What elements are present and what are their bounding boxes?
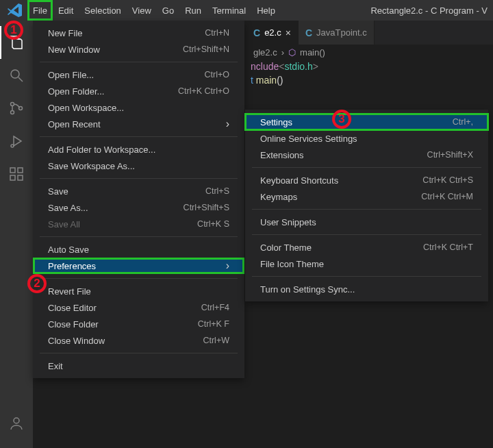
svg-point-2: [11, 111, 14, 114]
window-title: Rectangle2.c - C Program - V: [370, 5, 490, 16]
breadcrumb-symbol: main(): [300, 47, 325, 58]
pref-menu-item[interactable]: SettingsCtrl+,: [245, 114, 488, 130]
menu-item-label: Auto Save: [48, 245, 89, 255]
chevron-icon: ›: [281, 47, 284, 58]
tab-active[interactable]: C e2.c ×: [246, 21, 299, 45]
menu-item-label: Save All: [48, 219, 80, 229]
menu-file[interactable]: File: [27, 0, 53, 21]
svg-point-4: [11, 145, 14, 147]
menu-item-label: Settings: [260, 117, 292, 127]
menu-item-shortcut: Ctrl+O: [205, 70, 229, 79]
svg-rect-6: [10, 175, 15, 180]
file-menu-item[interactable]: Preferences: [33, 258, 244, 274]
menu-item-shortcut: Ctrl+K Ctrl+S: [422, 175, 473, 185]
file-menu-item[interactable]: SaveCtrl+S: [33, 183, 244, 199]
menu-item-shortcut: Ctrl+S: [205, 186, 229, 196]
tab-other[interactable]: C JavaTpoint.c: [299, 21, 375, 45]
pref-menu-item[interactable]: User Snippets: [245, 214, 488, 230]
file-menu-item[interactable]: Save Workspace As...: [33, 158, 244, 174]
menu-item-shortcut: Ctrl+K Ctrl+M: [421, 192, 473, 201]
extensions-icon[interactable]: [0, 158, 33, 190]
pref-menu-item[interactable]: Turn on Settings Sync...: [245, 281, 488, 297]
pref-menu-item[interactable]: Keyboard ShortcutsCtrl+K Ctrl+S: [245, 172, 488, 188]
menu-item-shortcut: Ctrl+Shift+S: [184, 203, 229, 212]
pref-menu-item[interactable]: File Icon Theme: [245, 256, 488, 272]
menu-item-label: Add Folder to Workspace...: [48, 145, 155, 155]
file-menu-item[interactable]: Exit: [33, 358, 244, 374]
file-menu-item[interactable]: Close EditorCtrl+F4: [33, 299, 244, 316]
menu-item-shortcut: Ctrl+W: [203, 336, 229, 345]
editor-area: C e2.c × C JavaTpoint.c gle2.c › ⬡ main(…: [246, 21, 493, 62]
annotation-badge-3: 3: [332, 110, 351, 129]
pref-menu-item[interactable]: ExtensionsCtrl+Shift+X: [245, 147, 488, 163]
menu-item-label: New File: [48, 28, 83, 38]
svg-rect-7: [18, 175, 23, 180]
menu-go[interactable]: Go: [157, 0, 179, 21]
preferences-submenu: SettingsCtrl+,Online Services SettingsEx…: [245, 110, 488, 301]
menu-item-label: User Snippets: [260, 217, 316, 227]
menu-item-label: Extensions: [260, 150, 304, 160]
run-debug-icon[interactable]: [0, 125, 33, 158]
svg-point-9: [14, 418, 19, 423]
menu-item-shortcut: Ctrl+,: [453, 117, 473, 127]
menu-item-shortcut: Ctrl+N: [205, 28, 229, 38]
menubar: File Edit Selection View Go Run Terminal…: [0, 0, 493, 21]
symbol-icon: ⬡: [288, 47, 296, 58]
menu-help[interactable]: Help: [251, 0, 281, 21]
svg-point-0: [11, 70, 19, 78]
menu-item-shortcut: Ctrl+K F: [198, 319, 229, 329]
c-file-icon: C: [253, 27, 260, 38]
menu-selection[interactable]: Selection: [79, 0, 126, 21]
file-menu-item[interactable]: Open Folder...Ctrl+K Ctrl+O: [33, 83, 244, 99]
menu-item-shortcut: Ctrl+K Ctrl+T: [423, 242, 473, 252]
c-file-icon: C: [305, 27, 312, 38]
menu-edit[interactable]: Edit: [53, 0, 79, 21]
source-control-icon[interactable]: [0, 92, 33, 125]
pref-menu-item[interactable]: Color ThemeCtrl+K Ctrl+T: [245, 239, 488, 256]
annotation-badge-1: 1: [4, 21, 23, 40]
menu-item-shortcut: Ctrl+Shift+N: [183, 45, 229, 54]
menu-terminal[interactable]: Terminal: [207, 0, 251, 21]
search-icon[interactable]: [0, 59, 33, 92]
file-menu-item[interactable]: Save As...Ctrl+Shift+S: [33, 199, 244, 216]
close-icon[interactable]: ×: [286, 27, 291, 38]
file-menu-item[interactable]: New WindowCtrl+Shift+N: [33, 41, 244, 58]
file-menu-item[interactable]: Close WindowCtrl+W: [33, 332, 244, 349]
menu-item-label: Close Folder: [48, 319, 99, 329]
menu-item-shortcut: Ctrl+F4: [201, 303, 229, 312]
menu-item-label: Online Services Settings: [260, 134, 357, 144]
file-menu-item[interactable]: Revert File: [33, 283, 244, 299]
file-menu-item[interactable]: New FileCtrl+N: [33, 25, 244, 41]
file-menu-item[interactable]: Save AllCtrl+K S: [33, 216, 244, 232]
menu-item-label: Save: [48, 186, 68, 197]
menu-run[interactable]: Run: [179, 0, 207, 21]
menu-view[interactable]: View: [127, 0, 157, 21]
menu-item-shortcut: Ctrl+K S: [197, 219, 229, 229]
svg-point-1: [11, 103, 14, 106]
code-editor[interactable]: nclude<stdio.h> t main(): [246, 60, 493, 87]
pref-menu-item[interactable]: Online Services Settings: [245, 130, 488, 147]
menu-item-label: Turn on Settings Sync...: [260, 284, 355, 295]
menu-item-shortcut: Ctrl+K Ctrl+O: [178, 86, 229, 96]
file-menu-item[interactable]: Auto Save: [33, 241, 244, 258]
file-menu-item[interactable]: Open Workspace...: [33, 99, 244, 116]
file-menu-item[interactable]: Add Folder to Workspace...: [33, 141, 244, 158]
tab-label: e2.c: [264, 27, 281, 38]
tab-label: JavaTpoint.c: [316, 27, 367, 38]
menu-item-label: Keymaps: [260, 192, 297, 202]
menu-item-label: Open File...: [48, 70, 94, 80]
accounts-icon[interactable]: [0, 407, 33, 440]
menu-item-label: Color Theme: [260, 242, 312, 253]
file-menu-dropdown: New FileCtrl+NNew WindowCtrl+Shift+NOpen…: [33, 21, 244, 378]
file-menu-item[interactable]: Open Recent: [33, 116, 244, 132]
menu-item-label: Open Folder...: [48, 86, 104, 97]
menu-item-shortcut: Ctrl+Shift+X: [427, 150, 473, 160]
menu-item-label: Save As...: [48, 203, 88, 213]
breadcrumbs[interactable]: gle2.c › ⬡ main(): [246, 45, 493, 60]
menu-item-label: Close Window: [48, 336, 105, 346]
annotation-badge-2: 2: [27, 274, 47, 293]
file-menu-item[interactable]: Close FolderCtrl+K F: [33, 316, 244, 332]
file-menu-item[interactable]: Open File...Ctrl+O: [33, 66, 244, 83]
pref-menu-item[interactable]: KeymapsCtrl+K Ctrl+M: [245, 188, 488, 205]
menu-item-label: Open Recent: [48, 119, 101, 129]
